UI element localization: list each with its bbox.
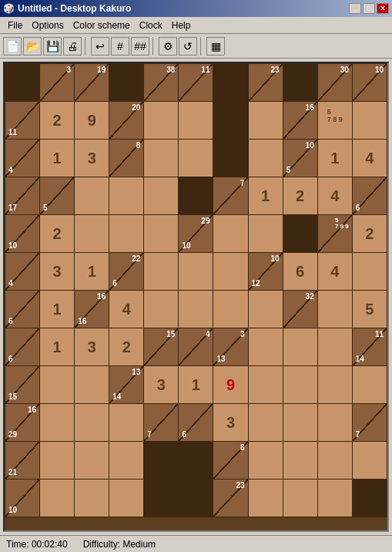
menu-help[interactable]: Help [167,19,196,32]
tool-btn-6[interactable]: ▦ [206,37,225,56]
minimize-button[interactable]: _ [349,3,361,14]
cell-2-2[interactable]: 3 [75,140,109,177]
tool-btn-2[interactable]: # [111,37,129,56]
cell-9-8[interactable] [283,404,317,442]
cell-0-3 [109,64,144,102]
cell-3-8[interactable]: 2 [283,177,317,215]
cell-5-10[interactable] [352,253,387,291]
open-button[interactable]: 📂 [23,37,42,56]
cell-8-8[interactable] [283,366,317,404]
cell-10-7[interactable] [248,442,283,480]
menu-options[interactable]: Options [27,19,68,32]
cell-9-9[interactable] [317,404,352,442]
save-button[interactable]: 💾 [43,37,62,56]
cell-7-3[interactable]: 2 [109,328,144,366]
cell-8-9[interactable] [317,366,352,404]
cell-9-2[interactable] [75,404,109,442]
cell-3-3[interactable] [109,177,144,215]
print-button[interactable]: 🖨 [63,37,82,56]
cell-5-6[interactable] [213,253,248,291]
cell-1-7[interactable] [248,102,283,140]
cell-2-5[interactable] [179,140,213,177]
cell-8-4[interactable]: 3 [144,366,179,404]
cell-10-8[interactable] [283,442,317,480]
cell-4-6[interactable] [213,215,248,253]
cell-6-7[interactable] [248,291,283,328]
cell-2-9[interactable]: 1 [317,140,352,177]
cell-5-8[interactable]: 6 [283,253,317,291]
cell-10-3[interactable] [109,442,144,480]
cell-8-1[interactable] [40,366,75,404]
cell-2-4[interactable] [144,140,179,177]
tool-btn-4[interactable]: ⚙ [159,37,177,56]
cell-11-2[interactable] [75,480,109,517]
cell-7-2[interactable]: 3 [75,328,109,366]
cell-4-7[interactable] [248,215,283,253]
cell-9-3[interactable] [109,404,144,442]
tool-btn-3[interactable]: ## [131,37,149,56]
cell-8-6[interactable]: 9 [213,366,248,404]
cell-6-3[interactable]: 4 [109,291,144,328]
close-button[interactable]: ✕ [377,3,389,14]
cell-1-4[interactable] [144,102,179,140]
cell-1-5[interactable] [179,102,213,140]
cell-3-7[interactable]: 1 [248,177,283,215]
cell-6-4[interactable] [144,291,179,328]
cell-1-2[interactable]: 9 [75,102,109,140]
cell-6-9[interactable] [317,291,352,328]
cell-1-10[interactable] [352,102,387,140]
cell-6-6[interactable] [213,291,248,328]
cell-5-9[interactable]: 4 [317,253,352,291]
cell-11-3[interactable] [109,480,144,517]
cell-9-7[interactable] [248,404,283,442]
new-button[interactable]: 📄 [3,37,22,56]
cell-3-2[interactable] [75,177,109,215]
cell-3-4[interactable] [144,177,179,215]
cell-7-9[interactable] [317,328,352,366]
cell-10-9[interactable] [317,442,352,480]
cell-5-4[interactable] [144,253,179,291]
cell-4-2[interactable] [75,215,109,253]
cell-10-2[interactable] [75,442,109,480]
cell-11-1[interactable] [40,480,75,517]
cell-9-1[interactable] [40,404,75,442]
maximize-button[interactable]: □ [363,3,375,14]
cell-11-9[interactable] [317,480,352,517]
cell-8-5[interactable]: 1 [179,366,213,404]
undo-button[interactable]: ↩ [91,37,109,56]
cell-2-1[interactable]: 1 [40,140,75,177]
cell-5-2[interactable]: 1 [75,253,109,291]
cell-7-7[interactable] [248,328,283,366]
cell-1-1[interactable]: 2 [40,102,75,140]
cell-8-7[interactable] [248,366,283,404]
cell-5-5[interactable] [179,253,213,291]
cell-6-5[interactable] [179,291,213,328]
cell-7-8[interactable] [283,328,317,366]
cell-3-9[interactable]: 4 [317,177,352,215]
cell-9-6[interactable]: 3 [213,404,248,442]
cell-8-10[interactable] [352,366,387,404]
cell-6-1[interactable]: 1 [40,291,75,328]
cell-11-7[interactable] [248,480,283,517]
menu-file[interactable]: File [3,19,27,32]
menu-clock[interactable]: Clock [135,19,167,32]
tool-btn-5[interactable]: ↺ [179,37,197,56]
cell-8-2[interactable] [75,366,109,404]
cell-7-1[interactable]: 1 [40,328,75,366]
cell-10-6: 8 [213,442,248,480]
cell-4-4[interactable] [144,215,179,253]
cell-4-10[interactable]: 2 [352,215,387,253]
toolbar-separator-1 [85,37,88,56]
cell-4-1[interactable]: 2 [40,215,75,253]
menu-color-scheme[interactable]: Color scheme [69,19,135,32]
cell-5-1[interactable]: 3 [40,253,75,291]
cell-10-10[interactable] [352,442,387,480]
cell-11-8[interactable] [283,480,317,517]
cell-6-10[interactable]: 5 [352,291,387,328]
cell-4-3[interactable] [109,215,144,253]
cell-10-1[interactable] [40,442,75,480]
cell-2-7[interactable] [248,140,283,177]
cell-1-9[interactable]: 57 8 9 [317,102,352,140]
cell-2-10[interactable]: 4 [352,140,387,177]
cell-2-0: 4 [5,140,40,177]
